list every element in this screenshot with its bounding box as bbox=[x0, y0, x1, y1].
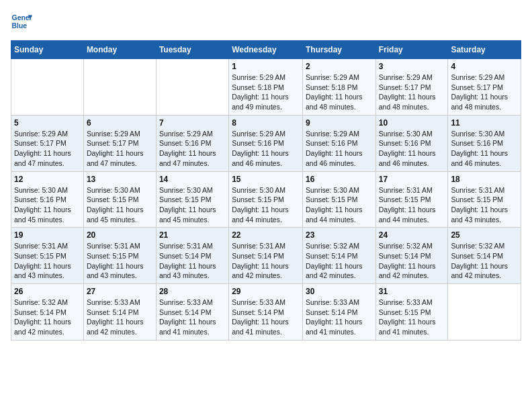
calendar-cell bbox=[83, 59, 156, 116]
calendar-cell: 18Sunrise: 5:31 AM Sunset: 5:15 PM Dayli… bbox=[448, 171, 521, 228]
day-number: 21 bbox=[159, 230, 226, 240]
day-number: 15 bbox=[232, 175, 300, 184]
day-info: Sunrise: 5:30 AM Sunset: 5:15 PM Dayligh… bbox=[306, 185, 373, 225]
day-info: Sunrise: 5:29 AM Sunset: 5:17 PM Dayligh… bbox=[14, 129, 81, 169]
calendar-cell: 23Sunrise: 5:32 AM Sunset: 5:14 PM Dayli… bbox=[302, 228, 375, 284]
day-info: Sunrise: 5:29 AM Sunset: 5:17 PM Dayligh… bbox=[379, 73, 445, 112]
day-number: 20 bbox=[87, 230, 153, 240]
calendar-cell: 31Sunrise: 5:33 AM Sunset: 5:15 PM Dayli… bbox=[375, 284, 448, 340]
day-number: 23 bbox=[306, 230, 373, 240]
calendar-cell: 28Sunrise: 5:33 AM Sunset: 5:14 PM Dayli… bbox=[156, 284, 228, 340]
day-header-friday: Friday bbox=[375, 41, 448, 59]
day-info: Sunrise: 5:29 AM Sunset: 5:18 PM Dayligh… bbox=[306, 73, 373, 112]
day-info: Sunrise: 5:30 AM Sunset: 5:15 PM Dayligh… bbox=[87, 185, 153, 225]
calendar-table: SundayMondayTuesdayWednesdayThursdayFrid… bbox=[11, 40, 521, 340]
day-info: Sunrise: 5:30 AM Sunset: 5:15 PM Dayligh… bbox=[159, 185, 226, 225]
day-number: 18 bbox=[451, 175, 518, 184]
day-number: 25 bbox=[451, 230, 518, 240]
day-number: 28 bbox=[159, 287, 226, 296]
day-info: Sunrise: 5:32 AM Sunset: 5:14 PM Dayligh… bbox=[379, 241, 445, 281]
day-number: 29 bbox=[232, 287, 300, 296]
calendar-cell: 21Sunrise: 5:31 AM Sunset: 5:14 PM Dayli… bbox=[156, 228, 228, 284]
calendar-cell bbox=[156, 59, 228, 116]
calendar-cell: 15Sunrise: 5:30 AM Sunset: 5:15 PM Dayli… bbox=[229, 171, 303, 228]
day-info: Sunrise: 5:29 AM Sunset: 5:18 PM Dayligh… bbox=[232, 73, 300, 112]
calendar-week-row: 26Sunrise: 5:32 AM Sunset: 5:14 PM Dayli… bbox=[11, 284, 521, 340]
day-info: Sunrise: 5:30 AM Sunset: 5:16 PM Dayligh… bbox=[451, 129, 518, 169]
day-number: 17 bbox=[379, 175, 445, 184]
calendar-cell: 11Sunrise: 5:30 AM Sunset: 5:16 PM Dayli… bbox=[448, 115, 521, 171]
calendar-cell: 7Sunrise: 5:29 AM Sunset: 5:16 PM Daylig… bbox=[156, 115, 228, 171]
day-info: Sunrise: 5:31 AM Sunset: 5:14 PM Dayligh… bbox=[159, 241, 226, 281]
day-info: Sunrise: 5:33 AM Sunset: 5:14 PM Dayligh… bbox=[87, 298, 153, 337]
calendar-cell: 8Sunrise: 5:29 AM Sunset: 5:16 PM Daylig… bbox=[229, 115, 303, 171]
calendar-cell: 9Sunrise: 5:29 AM Sunset: 5:16 PM Daylig… bbox=[302, 115, 375, 171]
calendar-header-row: SundayMondayTuesdayWednesdayThursdayFrid… bbox=[11, 41, 521, 59]
day-number: 11 bbox=[451, 118, 518, 128]
day-number: 27 bbox=[87, 287, 153, 296]
calendar-cell: 25Sunrise: 5:32 AM Sunset: 5:14 PM Dayli… bbox=[448, 228, 521, 284]
calendar-week-row: 5Sunrise: 5:29 AM Sunset: 5:17 PM Daylig… bbox=[11, 115, 521, 171]
day-info: Sunrise: 5:31 AM Sunset: 5:15 PM Dayligh… bbox=[379, 185, 445, 225]
day-number: 24 bbox=[379, 230, 445, 240]
calendar-cell bbox=[448, 284, 521, 340]
day-number: 2 bbox=[306, 62, 373, 71]
day-header-tuesday: Tuesday bbox=[156, 41, 228, 59]
day-number: 4 bbox=[451, 62, 518, 71]
calendar-cell: 14Sunrise: 5:30 AM Sunset: 5:15 PM Dayli… bbox=[156, 171, 228, 228]
day-info: Sunrise: 5:33 AM Sunset: 5:14 PM Dayligh… bbox=[159, 298, 226, 337]
day-info: Sunrise: 5:29 AM Sunset: 5:17 PM Dayligh… bbox=[451, 73, 518, 112]
calendar-cell: 1Sunrise: 5:29 AM Sunset: 5:18 PM Daylig… bbox=[229, 59, 303, 116]
day-info: Sunrise: 5:33 AM Sunset: 5:14 PM Dayligh… bbox=[306, 298, 373, 337]
calendar-cell: 24Sunrise: 5:32 AM Sunset: 5:14 PM Dayli… bbox=[375, 228, 448, 284]
day-number: 8 bbox=[232, 118, 300, 128]
day-info: Sunrise: 5:30 AM Sunset: 5:16 PM Dayligh… bbox=[379, 129, 445, 169]
calendar-cell: 4Sunrise: 5:29 AM Sunset: 5:17 PM Daylig… bbox=[448, 59, 521, 116]
page-header: General Blue bbox=[11, 11, 521, 32]
day-info: Sunrise: 5:31 AM Sunset: 5:15 PM Dayligh… bbox=[87, 241, 153, 281]
day-info: Sunrise: 5:33 AM Sunset: 5:15 PM Dayligh… bbox=[379, 298, 445, 337]
day-header-wednesday: Wednesday bbox=[229, 41, 303, 59]
day-number: 12 bbox=[14, 175, 81, 184]
calendar-week-row: 12Sunrise: 5:30 AM Sunset: 5:16 PM Dayli… bbox=[11, 171, 521, 228]
calendar-cell: 5Sunrise: 5:29 AM Sunset: 5:17 PM Daylig… bbox=[11, 115, 84, 171]
day-number: 5 bbox=[14, 118, 81, 128]
day-info: Sunrise: 5:33 AM Sunset: 5:14 PM Dayligh… bbox=[232, 298, 300, 337]
day-number: 30 bbox=[306, 287, 373, 296]
day-number: 9 bbox=[306, 118, 373, 128]
day-number: 3 bbox=[379, 62, 445, 71]
day-number: 6 bbox=[87, 118, 153, 128]
day-number: 14 bbox=[159, 175, 226, 184]
calendar-cell: 30Sunrise: 5:33 AM Sunset: 5:14 PM Dayli… bbox=[302, 284, 375, 340]
day-info: Sunrise: 5:29 AM Sunset: 5:16 PM Dayligh… bbox=[306, 129, 373, 169]
calendar-cell: 20Sunrise: 5:31 AM Sunset: 5:15 PM Dayli… bbox=[83, 228, 156, 284]
day-info: Sunrise: 5:30 AM Sunset: 5:16 PM Dayligh… bbox=[14, 185, 81, 225]
calendar-cell: 17Sunrise: 5:31 AM Sunset: 5:15 PM Dayli… bbox=[375, 171, 448, 228]
day-info: Sunrise: 5:32 AM Sunset: 5:14 PM Dayligh… bbox=[306, 241, 373, 281]
calendar-cell: 29Sunrise: 5:33 AM Sunset: 5:14 PM Dayli… bbox=[229, 284, 303, 340]
svg-text:Blue: Blue bbox=[12, 22, 28, 30]
calendar-cell: 19Sunrise: 5:31 AM Sunset: 5:15 PM Dayli… bbox=[11, 228, 84, 284]
day-info: Sunrise: 5:30 AM Sunset: 5:15 PM Dayligh… bbox=[232, 185, 300, 225]
calendar-cell: 10Sunrise: 5:30 AM Sunset: 5:16 PM Dayli… bbox=[375, 115, 448, 171]
calendar-cell: 22Sunrise: 5:31 AM Sunset: 5:14 PM Dayli… bbox=[229, 228, 303, 284]
day-info: Sunrise: 5:31 AM Sunset: 5:15 PM Dayligh… bbox=[451, 185, 518, 225]
day-header-monday: Monday bbox=[83, 41, 156, 59]
day-number: 31 bbox=[379, 287, 445, 296]
day-info: Sunrise: 5:32 AM Sunset: 5:14 PM Dayligh… bbox=[14, 298, 81, 337]
day-info: Sunrise: 5:29 AM Sunset: 5:17 PM Dayligh… bbox=[87, 129, 153, 169]
day-info: Sunrise: 5:29 AM Sunset: 5:16 PM Dayligh… bbox=[159, 129, 226, 169]
calendar-cell: 26Sunrise: 5:32 AM Sunset: 5:14 PM Dayli… bbox=[11, 284, 84, 340]
day-header-sunday: Sunday bbox=[11, 41, 84, 59]
calendar-cell bbox=[11, 59, 84, 116]
day-number: 1 bbox=[232, 62, 300, 71]
day-info: Sunrise: 5:31 AM Sunset: 5:14 PM Dayligh… bbox=[232, 241, 300, 281]
calendar-week-row: 1Sunrise: 5:29 AM Sunset: 5:18 PM Daylig… bbox=[11, 59, 521, 116]
logo: General Blue bbox=[11, 11, 32, 32]
day-info: Sunrise: 5:29 AM Sunset: 5:16 PM Dayligh… bbox=[232, 129, 300, 169]
day-header-thursday: Thursday bbox=[302, 41, 375, 59]
day-number: 10 bbox=[379, 118, 445, 128]
calendar-cell: 2Sunrise: 5:29 AM Sunset: 5:18 PM Daylig… bbox=[302, 59, 375, 116]
day-info: Sunrise: 5:31 AM Sunset: 5:15 PM Dayligh… bbox=[14, 241, 81, 281]
day-number: 22 bbox=[232, 230, 300, 240]
